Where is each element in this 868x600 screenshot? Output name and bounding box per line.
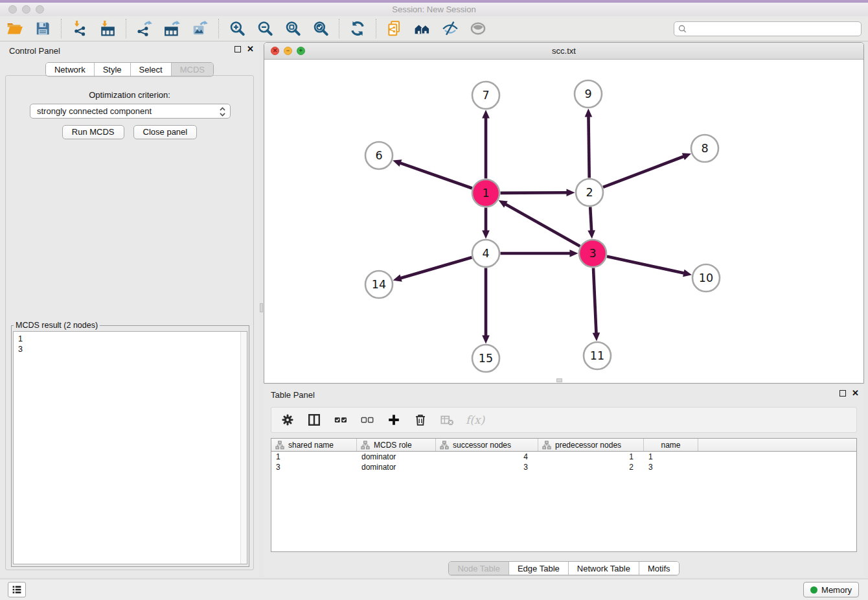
delete-row-icon[interactable]: [413, 412, 428, 428]
column-header-name[interactable]: name: [644, 439, 698, 451]
column-label: predecessor nodes: [555, 441, 621, 450]
node-1[interactable]: 1: [472, 179, 499, 207]
tab-style[interactable]: Style: [94, 63, 130, 76]
search-input[interactable]: [689, 25, 861, 34]
control-panel: Control Panel ✕ NetworkStyleSelectMCDS O…: [0, 41, 259, 577]
table-cell[interactable]: 4: [436, 452, 538, 462]
column-type-icon: [542, 441, 551, 450]
network-window-titlebar[interactable]: ✕ − + scc.txt: [264, 43, 863, 60]
column-header-shared-name[interactable]: shared name: [271, 439, 357, 451]
network-resize-grip[interactable]: [556, 378, 562, 382]
zoom-out-icon[interactable]: [255, 19, 275, 38]
panel-splitter[interactable]: [259, 41, 264, 577]
table-cell[interactable]: 3: [436, 462, 538, 472]
table-cell[interactable]: 2: [538, 462, 644, 472]
node-10[interactable]: 10: [692, 264, 720, 292]
network-canvas[interactable]: 7968124314101511: [264, 60, 863, 383]
close-panel-button[interactable]: Close panel: [133, 125, 198, 139]
import-network-icon[interactable]: [70, 19, 89, 38]
settings-icon[interactable]: [280, 412, 295, 428]
table-cell[interactable]: 1: [271, 452, 357, 462]
table-cell[interactable]: 1: [538, 452, 644, 462]
column-type-icon: [275, 441, 284, 450]
node-8[interactable]: 8: [691, 135, 718, 162]
function-builder-icon: f(x): [466, 413, 485, 426]
edge-2-9[interactable]: [588, 117, 589, 178]
select-all-icon[interactable]: [333, 412, 348, 428]
export-image-icon[interactable]: [190, 19, 210, 38]
deselect-all-icon[interactable]: [360, 412, 375, 428]
column-header-MCDS-role[interactable]: MCDS role: [357, 439, 436, 451]
node-9[interactable]: 9: [575, 80, 602, 108]
edge-3-1[interactable]: [505, 204, 580, 246]
tab-edge-table[interactable]: Edge Table: [508, 562, 568, 575]
refresh-icon[interactable]: [348, 19, 367, 38]
column-label: MCDS role: [374, 441, 412, 450]
column-header-successor-nodes[interactable]: successor nodes: [436, 439, 538, 451]
search-box[interactable]: [674, 21, 862, 36]
columns-icon[interactable]: [306, 412, 322, 428]
toolbar-separator: [376, 19, 376, 38]
task-history-button[interactable]: [8, 582, 26, 597]
memory-button[interactable]: Memory: [803, 582, 859, 597]
node-6[interactable]: 6: [365, 142, 393, 169]
criterion-dropdown[interactable]: strongly connected component: [30, 104, 231, 119]
tab-select[interactable]: Select: [130, 63, 171, 76]
table-row[interactable]: 3dominator323: [271, 462, 856, 472]
save-session-icon[interactable]: [33, 19, 52, 38]
node-14[interactable]: 14: [365, 271, 393, 298]
tab-motifs[interactable]: Motifs: [639, 562, 679, 575]
edge-3-10[interactable]: [607, 257, 684, 273]
tab-mcds[interactable]: MCDS: [171, 63, 213, 76]
node-11[interactable]: 11: [584, 342, 611, 369]
zoom-fit-icon[interactable]: [283, 19, 303, 38]
edge-4-14[interactable]: [401, 257, 472, 278]
table-cell[interactable]: 3: [271, 462, 357, 472]
edge-2-8[interactable]: [603, 156, 683, 187]
float-panel-icon[interactable]: [234, 46, 241, 52]
edge-2-3[interactable]: [590, 207, 591, 231]
add-row-icon[interactable]: [386, 412, 402, 428]
close-table-panel-icon[interactable]: ✕: [852, 390, 859, 397]
export-table-icon[interactable]: [163, 19, 182, 38]
table-cell[interactable]: dominator: [357, 452, 436, 462]
window-titlebar: Session: New Session: [0, 3, 868, 16]
table-row[interactable]: 1dominator411: [271, 452, 856, 462]
column-header-predecessor-nodes[interactable]: predecessor nodes: [538, 439, 644, 451]
open-session-icon[interactable]: [5, 19, 25, 38]
hide-selected-icon[interactable]: [440, 19, 460, 38]
node-15[interactable]: 15: [472, 345, 499, 372]
mcds-result-lines: 13: [14, 332, 247, 354]
tab-node-table[interactable]: Node Table: [449, 562, 508, 575]
node-label: 14: [372, 278, 386, 291]
node-3[interactable]: 3: [579, 240, 606, 267]
table-cell[interactable]: dominator: [357, 462, 436, 472]
zoom-selected-icon[interactable]: [311, 19, 330, 38]
node-4[interactable]: 4: [472, 240, 499, 267]
result-scrollbar[interactable]: [240, 332, 247, 564]
tab-network-table[interactable]: Network Table: [568, 562, 639, 575]
node-2[interactable]: 2: [576, 179, 603, 206]
zoom-in-icon[interactable]: [227, 19, 247, 38]
run-mcds-button[interactable]: Run MCDS: [62, 125, 124, 139]
node-7[interactable]: 7: [472, 82, 499, 109]
import-table-icon[interactable]: [98, 19, 117, 38]
clone-network-icon[interactable]: [385, 19, 404, 38]
float-table-panel-icon[interactable]: [839, 390, 846, 397]
first-neighbors-icon[interactable]: [413, 19, 432, 38]
edge-3-11[interactable]: [593, 268, 596, 333]
network-graph[interactable]: 7968124314101511: [264, 60, 863, 383]
export-network-icon[interactable]: [135, 19, 154, 38]
show-all-icon: [468, 19, 488, 38]
splitter-grip[interactable]: [260, 303, 263, 312]
column-type-icon: [440, 441, 449, 450]
node-label: 1: [482, 187, 489, 200]
status-bar: Memory: [0, 579, 868, 600]
close-panel-icon[interactable]: ✕: [247, 46, 254, 52]
mcds-result-box[interactable]: 13: [13, 331, 247, 564]
tab-network[interactable]: Network: [46, 63, 94, 76]
edge-1-6[interactable]: [400, 163, 472, 189]
table-cell[interactable]: 1: [644, 452, 698, 462]
table-cell[interactable]: 3: [644, 462, 698, 472]
edge-1-2[interactable]: [500, 192, 567, 193]
